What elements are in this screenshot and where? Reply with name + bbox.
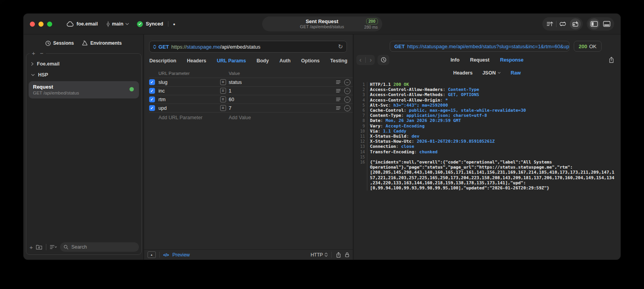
search-icon [64, 245, 68, 249]
param-row-rtm: ✓rtm=60− [149, 95, 353, 104]
request-tab-options[interactable]: Options [301, 58, 319, 64]
remove-param-button[interactable]: − [344, 79, 350, 85]
sync-status[interactable]: Synced [137, 21, 163, 27]
line-number: 2 [356, 87, 367, 92]
remove-param-button[interactable]: − [344, 105, 350, 111]
response-line: 11X-Status-Build: dev [356, 134, 617, 139]
line-text: Access-Control-Allow-Origin: * [370, 98, 617, 103]
share-icon[interactable] [336, 252, 341, 258]
panel-left-icon[interactable] [589, 18, 600, 29]
param-add-row: Add URL Parameter Add Value [149, 113, 353, 122]
back-button[interactable]: ‹ [359, 56, 361, 64]
param-value-input[interactable]: status [227, 80, 332, 85]
tab-sessions[interactable]: Sessions [45, 40, 74, 46]
response-tab-request[interactable]: Request [470, 57, 489, 63]
response-subtab-json[interactable]: JSON [482, 70, 501, 76]
tab-environments[interactable]: Environments [82, 40, 122, 46]
response-line: 2Access-Control-Allow-Headers: Content-T… [356, 87, 617, 92]
method-stepper-icon[interactable] [153, 45, 156, 49]
remove-param-button[interactable]: − [344, 96, 350, 103]
param-name-input[interactable]: upd [159, 105, 220, 111]
request-tab-auth[interactable]: Auth [279, 58, 290, 64]
grip-icon[interactable] [332, 97, 341, 102]
sync-loop-icon[interactable] [556, 18, 569, 30]
line-text: Cache-Control: public, max-age=15, stale… [370, 108, 617, 113]
grip-icon[interactable] [332, 80, 341, 84]
line-number: 8 [356, 118, 367, 123]
active-request-dot [130, 87, 134, 91]
param-value-input[interactable]: 60 [227, 97, 332, 102]
response-tab-response[interactable]: Response [500, 57, 524, 63]
param-value-input[interactable]: 7 [227, 105, 332, 111]
list-style-icon[interactable] [50, 245, 57, 249]
request-tab-url-params[interactable]: URL Params [217, 58, 246, 64]
history-button[interactable] [378, 55, 389, 65]
param-name-input[interactable]: rtm [159, 97, 220, 102]
branch-selector[interactable]: main [106, 21, 129, 27]
request-name: Request [33, 84, 135, 90]
response-line: 10Via: 1.1 Caddy [356, 129, 617, 134]
request-url-bar[interactable]: GET https://statuspage.me/api/embed/stat… [149, 41, 347, 53]
request-tab-testing[interactable]: Testing [330, 58, 348, 64]
line-number: 3 [356, 92, 367, 97]
titlebar-actions [542, 17, 614, 31]
forward-button[interactable]: › [370, 56, 372, 64]
sent-request-url[interactable]: GET https://statuspage.me/api/embed/stat… [390, 41, 569, 52]
response-line: 5Alt-Svc: h3=":443"; ma=2592000 [356, 103, 617, 108]
response-subtab-raw[interactable]: Raw [511, 70, 521, 76]
close-button[interactable] [30, 22, 35, 27]
minimize-button[interactable] [38, 22, 44, 27]
preview-button[interactable]: Preview [172, 252, 190, 258]
param-name-input[interactable]: slug [159, 80, 220, 85]
code-icon: </> [163, 253, 169, 257]
param-enabled-checkbox[interactable]: ✓ [149, 96, 155, 102]
param-enabled-checkbox[interactable]: ✓ [149, 79, 155, 85]
project-menu[interactable]: foe.email [66, 21, 98, 27]
method-label[interactable]: GET [159, 44, 169, 50]
response-tab-info[interactable]: Info [451, 57, 460, 63]
line-number: 12 [356, 139, 367, 144]
zoom-button[interactable] [47, 22, 52, 27]
search-field[interactable] [60, 242, 139, 252]
tree-item-request-selected[interactable]: Request GET /api/embed/status [29, 81, 139, 98]
line-number: 14 [356, 149, 367, 154]
response-subtabs: HeadersJSONRaw [354, 68, 620, 78]
add-request-button[interactable]: + [29, 244, 33, 250]
branch-name: main [112, 21, 123, 27]
grip-icon[interactable] [332, 106, 341, 110]
param-enabled-checkbox[interactable]: ✓ [149, 88, 155, 94]
remove-session-button[interactable]: − [40, 50, 44, 56]
response-line: 1HTTP/1.1 200 OK [356, 82, 617, 87]
refresh-icon[interactable]: ↻ [338, 43, 343, 50]
add-url-parameter-button[interactable]: Add URL Parameter [159, 115, 220, 120]
response-line: 9Vary: Accept-Encoding [356, 124, 617, 129]
remove-param-button[interactable]: − [344, 88, 350, 94]
lock-icon[interactable] [345, 252, 349, 258]
add-session-button[interactable]: + [32, 50, 35, 56]
param-name-input[interactable]: inc [159, 88, 220, 94]
equals-icon: = [220, 88, 226, 94]
param-value-input[interactable]: 1 [227, 88, 332, 94]
tree-item-hsp[interactable]: HSP [26, 69, 141, 80]
sent-request-pill[interactable]: Sent Request GET /api/embed/status 200 2… [262, 16, 382, 31]
response-subtab-headers[interactable]: Headers [453, 70, 473, 76]
request-tab-headers[interactable]: Headers [187, 58, 206, 64]
grip-icon[interactable] [332, 89, 341, 93]
export-response-icon[interactable] [609, 56, 614, 63]
collapse-panel-button[interactable]: ▲ [148, 251, 156, 258]
request-tab-description[interactable]: Description [149, 58, 176, 64]
search-input[interactable] [71, 244, 135, 250]
send-receive-icon[interactable] [570, 18, 581, 29]
request-tab-body[interactable]: Body [257, 58, 269, 64]
tree-item-foe-email[interactable]: Foe.email [26, 58, 141, 69]
line-number: 6 [356, 108, 367, 113]
import-icon[interactable] [544, 18, 556, 30]
folder-add-icon[interactable] [36, 244, 42, 250]
param-enabled-checkbox[interactable]: ✓ [149, 105, 155, 111]
equals-icon: = [220, 79, 226, 85]
response-body[interactable]: 1HTTP/1.1 200 OK2Access-Control-Allow-He… [354, 78, 620, 260]
add-value-button[interactable]: Add Value [227, 115, 332, 120]
request-url[interactable]: https://statuspage.me/api/embed/status [171, 44, 261, 50]
protocol-selector[interactable]: HTTP [310, 252, 327, 258]
panel-bottom-icon[interactable] [600, 18, 613, 30]
